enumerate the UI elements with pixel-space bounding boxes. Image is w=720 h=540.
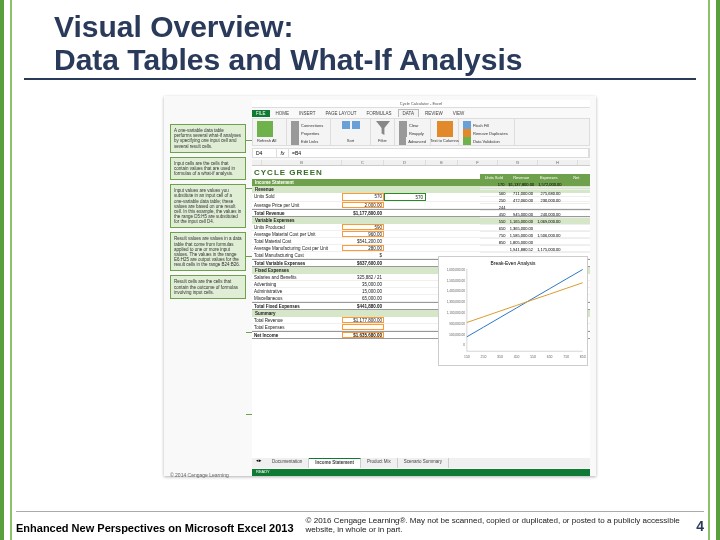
tab-insert[interactable]: INSERT bbox=[295, 110, 319, 117]
sort-az-icon bbox=[342, 121, 350, 129]
svg-text:750: 750 bbox=[563, 355, 569, 359]
filter-icon[interactable] bbox=[376, 121, 390, 135]
svg-text:1,500,000.00: 1,500,000.00 bbox=[447, 279, 466, 283]
table-row: 1,941,880.521,175,000.00 bbox=[480, 246, 590, 253]
dataval-button[interactable]: Data Validation bbox=[463, 137, 510, 145]
slide-footer: Enhanced New Perspectives on Microsoft E… bbox=[16, 511, 704, 534]
svg-text:Break-Even Analysis: Break-Even Analysis bbox=[491, 261, 536, 266]
tab-home[interactable]: HOME bbox=[272, 110, 294, 117]
editlinks-button[interactable]: Edit Links bbox=[291, 137, 326, 145]
clear-icon bbox=[399, 121, 407, 129]
svg-text:900,000.00: 900,000.00 bbox=[449, 322, 465, 326]
table-row: 7501,585,000.001,506,000.00 bbox=[480, 232, 590, 239]
svg-text:1,300,000.00: 1,300,000.00 bbox=[447, 300, 466, 304]
tab-scenario[interactable]: Scenario Summary bbox=[398, 458, 449, 468]
flashfill-icon bbox=[463, 121, 471, 129]
slide-title: Visual Overview: Data Tables and What-If… bbox=[24, 0, 696, 80]
svg-text:250: 250 bbox=[481, 355, 487, 359]
table-row: 5501,165,000.001,069,000.00 bbox=[480, 218, 590, 225]
callout-inputcells: Input cells are the cells that contain v… bbox=[170, 157, 246, 181]
svg-text:150: 150 bbox=[464, 355, 470, 359]
book-title: Enhanced New Perspectives on Microsoft E… bbox=[16, 522, 294, 534]
tab-income-statement[interactable]: Income Statement bbox=[309, 458, 361, 468]
figure-copyright: © 2014 Cengage Learning bbox=[170, 472, 229, 478]
window-titlebar: Cycle Calculator - Excel bbox=[252, 100, 590, 108]
properties-button[interactable]: Properties bbox=[291, 129, 326, 137]
connections-button[interactable]: Connections bbox=[291, 121, 326, 129]
text-to-columns-icon[interactable] bbox=[437, 121, 453, 137]
tab-pagelayout[interactable]: PAGE LAYOUT bbox=[321, 110, 360, 117]
svg-text:450: 450 bbox=[514, 355, 520, 359]
tab-product-mix[interactable]: Product Mix bbox=[361, 458, 398, 468]
ribbon-tabs: FILE HOME INSERT PAGE LAYOUT FORMULAS DA… bbox=[252, 108, 590, 118]
sheet-tabs: ◂▸ Documentation Income Statement Produc… bbox=[252, 458, 590, 468]
cell-d4[interactable]: 570 bbox=[384, 193, 426, 201]
page-number: 4 bbox=[696, 518, 704, 534]
removedup-icon bbox=[463, 129, 471, 137]
tab-formulas[interactable]: FORMULAS bbox=[363, 110, 396, 117]
callout-column: A one-variable data table performs sever… bbox=[170, 124, 246, 299]
tab-documentation[interactable]: Documentation bbox=[266, 458, 309, 468]
advanced-icon bbox=[399, 137, 406, 145]
formula-bar: D4 fx =B4 bbox=[252, 148, 590, 158]
svg-text:850: 850 bbox=[580, 355, 586, 359]
data-table-range: Units SoldRevenueExpensesNet 170$1,137,8… bbox=[480, 174, 590, 253]
callout-inputvalues: Input values are values you substitute i… bbox=[170, 184, 246, 228]
table-row: 560711,000.00275,680.00 bbox=[480, 190, 590, 197]
svg-text:550: 550 bbox=[530, 355, 536, 359]
callout-resultvalues: Result values are values in a data table… bbox=[170, 232, 246, 271]
clear-button[interactable]: Clear bbox=[399, 121, 426, 129]
status-bar: READY bbox=[252, 469, 590, 476]
link-icon bbox=[291, 121, 299, 129]
dataval-icon bbox=[463, 137, 471, 145]
svg-text:650: 650 bbox=[547, 355, 553, 359]
removedup-button[interactable]: Remove Duplicates bbox=[463, 129, 510, 137]
svg-text:0: 0 bbox=[463, 343, 465, 347]
callout-datatable: A one-variable data table performs sever… bbox=[170, 124, 246, 153]
break-even-chart: Break-Even Analysis 1,600,000.001,500,00… bbox=[438, 256, 588, 366]
fx-icon[interactable]: fx bbox=[277, 149, 289, 157]
svg-text:1,400,000.00: 1,400,000.00 bbox=[447, 289, 466, 293]
tab-view[interactable]: VIEW bbox=[449, 110, 469, 117]
table-row: 170$1,137,800.001,572,000.00 bbox=[480, 181, 590, 188]
svg-text:350: 350 bbox=[497, 355, 503, 359]
sort-button[interactable] bbox=[342, 121, 360, 129]
svg-text:500,000.00: 500,000.00 bbox=[449, 333, 465, 337]
advanced-button[interactable]: Advanced bbox=[399, 137, 426, 145]
svg-text:1,600,000.00: 1,600,000.00 bbox=[447, 268, 466, 272]
tab-review[interactable]: REVIEW bbox=[421, 110, 447, 117]
name-box[interactable]: D4 bbox=[253, 149, 277, 157]
refresh-button[interactable] bbox=[257, 121, 282, 137]
legal-text: © 2016 Cengage Learning®. May not be sca… bbox=[294, 516, 697, 534]
svg-text:1,100,000.00: 1,100,000.00 bbox=[447, 311, 466, 315]
table-row: 244 bbox=[480, 204, 590, 211]
callout-resultcells: Result cells are the cells that contain … bbox=[170, 275, 246, 299]
reapply-button[interactable]: Reapply bbox=[399, 129, 426, 137]
flashfill-button[interactable]: Flash Fill bbox=[463, 121, 510, 129]
reapply-icon bbox=[399, 129, 407, 137]
tab-file[interactable]: FILE bbox=[252, 110, 270, 117]
table-row: 6501,365,000.00 bbox=[480, 225, 590, 232]
tab-data[interactable]: DATA bbox=[398, 109, 419, 117]
editlinks-icon bbox=[291, 137, 299, 145]
tab-nav-icon[interactable]: ◂▸ bbox=[252, 458, 266, 468]
properties-icon bbox=[291, 129, 299, 137]
table-row: 250472,060.00230,000.00 bbox=[480, 197, 590, 204]
figure-screenshot: A one-variable data table performs sever… bbox=[164, 96, 596, 476]
ribbon: Refresh All Connections Properties Edit … bbox=[252, 118, 590, 146]
refresh-icon bbox=[257, 121, 273, 137]
sort-za-icon bbox=[352, 121, 360, 129]
table-row: 450945,000.00240,000.00 bbox=[480, 211, 590, 218]
formula-input[interactable]: =B4 bbox=[289, 149, 589, 157]
table-row: 8501,805,000.00 bbox=[480, 239, 590, 246]
